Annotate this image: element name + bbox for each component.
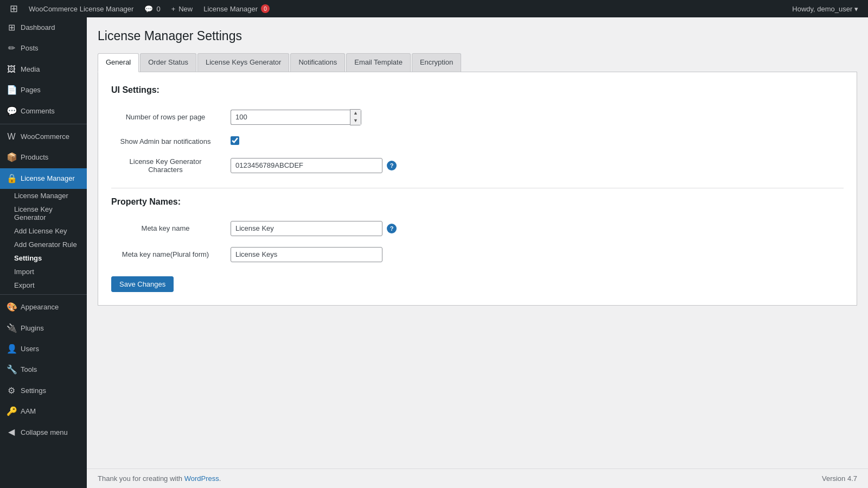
- meta-key-name-field: ?: [231, 221, 844, 236]
- tab-notifications[interactable]: Notifications: [290, 53, 345, 72]
- sidebar-item-comments[interactable]: 💬 Comments: [0, 101, 87, 122]
- sidebar-item-posts[interactable]: ✏ Posts: [0, 38, 87, 59]
- plugins-icon: 🔌: [7, 322, 16, 334]
- generator-chars-field: ?: [231, 158, 844, 173]
- comments-icon: 💬: [7, 105, 16, 117]
- tools-icon: 🔧: [7, 364, 16, 376]
- sidebar-item-settings-wp[interactable]: ⚙ Settings: [0, 381, 87, 401]
- footer-version: Version 4.7: [822, 474, 857, 483]
- rows-per-page-row: Number of rows per page ▲ ▼: [111, 104, 844, 131]
- ui-settings-table: Number of rows per page ▲ ▼: [111, 104, 844, 179]
- plugin-badge: 0: [261, 4, 270, 13]
- generator-chars-help-icon[interactable]: ?: [387, 161, 397, 170]
- main-content: License Manager Settings General Order S…: [87, 17, 868, 468]
- tab-email-template[interactable]: Email Template: [346, 53, 411, 72]
- sidebar-sub-export[interactable]: Export: [0, 278, 87, 292]
- meta-key-name-input[interactable]: [231, 221, 382, 236]
- spinner-buttons: ▲ ▼: [350, 109, 361, 125]
- sidebar-sub-add-license-key[interactable]: Add License Key: [0, 224, 87, 238]
- howdy-user: Howdy, demo_user ▾: [787, 5, 864, 13]
- sidebar-sub-license-manager[interactable]: License Manager: [0, 189, 87, 202]
- woocommerce-icon: W: [7, 131, 16, 143]
- settings-wp-icon: ⚙: [7, 385, 16, 397]
- tab-license-keys-generator[interactable]: License Keys Generator: [197, 53, 289, 72]
- products-icon: 📦: [7, 151, 16, 163]
- sidebar-sub-import[interactable]: Import: [0, 265, 87, 278]
- tab-order-status[interactable]: Order Status: [140, 53, 196, 72]
- show-admin-bar-checkbox[interactable]: [231, 136, 239, 145]
- tab-general[interactable]: General: [98, 53, 139, 72]
- rows-per-page-label: Number of rows per page: [126, 113, 206, 121]
- property-names-title: Property Names:: [111, 197, 844, 207]
- pages-icon: 📄: [7, 84, 16, 96]
- users-icon: 👤: [7, 343, 16, 355]
- new-content[interactable]: + New: [166, 0, 199, 17]
- meta-key-plural-row: Meta key name(Plural form): [111, 242, 844, 268]
- sidebar-sub-license-key-generator[interactable]: License Key Generator: [0, 202, 87, 224]
- collapse-icon: ◀: [7, 426, 16, 438]
- admin-bar: ⊞ WooCommerce License Manager 💬 0 + New …: [0, 0, 868, 17]
- dashboard-icon: ⊞: [7, 22, 16, 34]
- footer-left: Thank you for creating with WordPress.: [98, 474, 221, 483]
- rows-per-page-input[interactable]: [231, 110, 350, 125]
- show-admin-bar-label: Show Admin bar notifications: [120, 137, 211, 145]
- sidebar-item-dashboard[interactable]: ⊞ Dashboard: [0, 17, 87, 38]
- sidebar-item-media[interactable]: 🖼 Media: [0, 59, 87, 80]
- sidebar-item-pages[interactable]: 📄 Pages: [0, 80, 87, 100]
- sidebar-item-license-manager[interactable]: 🔒 License Manager: [0, 168, 87, 189]
- meta-key-name-help-icon[interactable]: ?: [387, 224, 397, 233]
- footer: Thank you for creating with WordPress. V…: [87, 468, 868, 488]
- generator-chars-input[interactable]: [231, 158, 382, 173]
- sidebar-sub-settings[interactable]: Settings: [0, 251, 87, 265]
- settings-box: UI Settings: Number of rows per page ▲ ▼: [98, 72, 857, 306]
- sidebar-sub-add-generator-rule[interactable]: Add Generator Rule: [0, 238, 87, 251]
- sidebar-item-products[interactable]: 📦 Products: [0, 147, 87, 168]
- license-manager-icon: 🔒: [7, 173, 16, 185]
- appearance-icon: 🎨: [7, 301, 16, 313]
- generator-chars-row: License Key Generator Characters ?: [111, 152, 844, 179]
- sidebar-item-users[interactable]: 👤 Users: [0, 339, 87, 359]
- show-admin-bar-row: Show Admin bar notifications: [111, 131, 844, 152]
- property-names-table: Meta key name ? Meta key name(Plural for…: [111, 216, 844, 268]
- posts-icon: ✏: [7, 42, 16, 54]
- tab-encryption[interactable]: Encryption: [412, 53, 461, 72]
- wp-logo[interactable]: ⊞: [4, 0, 23, 17]
- sidebar-item-collapse[interactable]: ◀ Collapse menu: [0, 422, 87, 442]
- sidebar-item-tools[interactable]: 🔧 Tools: [0, 359, 87, 380]
- spinner-down[interactable]: ▼: [350, 117, 361, 125]
- meta-key-name-label: Meta key name: [142, 224, 190, 232]
- site-name[interactable]: WooCommerce License Manager: [23, 0, 139, 17]
- meta-key-plural-input[interactable]: [231, 247, 382, 262]
- page-title: License Manager Settings: [98, 28, 857, 45]
- sidebar-item-aam[interactable]: 🔑 AAM: [0, 401, 87, 422]
- wordpress-link[interactable]: WordPress: [184, 474, 219, 483]
- save-changes-button[interactable]: Save Changes: [111, 276, 174, 292]
- meta-key-name-row: Meta key name ?: [111, 216, 844, 242]
- comments-link[interactable]: 💬 0: [139, 0, 165, 17]
- sidebar-item-woocommerce[interactable]: W WooCommerce: [0, 126, 87, 147]
- sidebar-item-plugins[interactable]: 🔌 Plugins: [0, 318, 87, 339]
- tab-bar: General Order Status License Keys Genera…: [98, 53, 857, 72]
- aam-icon: 🔑: [7, 405, 16, 417]
- license-manager-link[interactable]: License Manager 0: [198, 0, 275, 17]
- sidebar-item-appearance[interactable]: 🎨 Appearance: [0, 297, 87, 318]
- ui-settings-title: UI Settings:: [111, 85, 844, 95]
- rows-per-page-field: ▲ ▼: [231, 109, 844, 125]
- meta-key-plural-label: Meta key name(Plural form): [122, 250, 209, 258]
- spinner-up[interactable]: ▲: [350, 110, 361, 117]
- generator-chars-label: License Key Generator Characters: [130, 157, 202, 174]
- sidebar: ⊞ Dashboard ✏ Posts 🖼 Media 📄 Pages 💬 Co…: [0, 17, 87, 488]
- media-icon: 🖼: [7, 64, 16, 75]
